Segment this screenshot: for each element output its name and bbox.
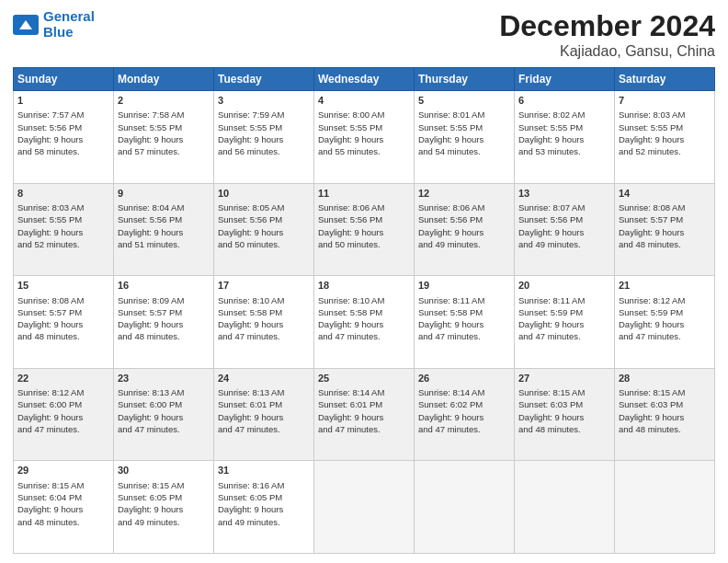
day-info-line: and 50 minutes.	[218, 238, 310, 250]
day-info-line: Sunset: 6:05 PM	[218, 491, 310, 503]
day-info-line: Daylight: 9 hours	[118, 503, 210, 515]
week-row-4: 22Sunrise: 8:12 AMSunset: 6:00 PMDayligh…	[14, 368, 715, 461]
day-info-line: Sunset: 6:03 PM	[619, 398, 711, 410]
col-sunday: Sunday	[14, 68, 114, 91]
calendar-cell	[515, 461, 615, 554]
day-info-line: Sunrise: 8:15 AM	[518, 386, 610, 398]
day-number: 28	[619, 372, 711, 385]
day-info-line: Sunrise: 8:01 AM	[418, 109, 510, 121]
day-info-line: Daylight: 9 hours	[17, 503, 109, 515]
day-info-line: and 48 minutes.	[17, 330, 109, 342]
day-info-line: Daylight: 9 hours	[518, 318, 610, 330]
calendar-cell: 11Sunrise: 8:06 AMSunset: 5:56 PMDayligh…	[314, 183, 415, 276]
day-info-line: Sunset: 5:56 PM	[218, 213, 310, 225]
day-info-line: Daylight: 9 hours	[619, 133, 711, 145]
calendar-cell: 25Sunrise: 8:14 AMSunset: 6:01 PMDayligh…	[314, 368, 415, 461]
day-info-line: Sunset: 6:02 PM	[418, 398, 510, 410]
day-info-line: and 47 minutes.	[318, 330, 410, 342]
day-info-line: Sunrise: 7:59 AM	[218, 109, 310, 121]
day-number: 4	[318, 94, 410, 108]
day-info-line: Daylight: 9 hours	[518, 411, 610, 423]
day-info-line: and 48 minutes.	[619, 423, 711, 435]
day-number: 21	[619, 279, 711, 293]
day-info-line: and 49 minutes.	[118, 516, 210, 528]
day-number: 8	[17, 187, 109, 201]
calendar-cell: 16Sunrise: 8:09 AMSunset: 5:57 PMDayligh…	[114, 276, 214, 369]
day-info-line: and 47 minutes.	[518, 330, 610, 342]
day-number: 24	[218, 372, 310, 385]
day-info-line: Daylight: 9 hours	[318, 318, 410, 330]
day-info-line: Sunset: 5:56 PM	[118, 213, 210, 225]
calendar-cell: 9Sunrise: 8:04 AMSunset: 5:56 PMDaylight…	[114, 183, 214, 276]
day-info-line: Sunrise: 8:12 AM	[619, 294, 711, 306]
week-row-3: 15Sunrise: 8:08 AMSunset: 5:57 PMDayligh…	[14, 276, 715, 369]
day-number: 6	[518, 94, 610, 108]
day-number: 20	[518, 279, 610, 293]
day-info-line: Sunrise: 8:07 AM	[518, 201, 610, 213]
day-info-line: Sunset: 5:57 PM	[17, 306, 109, 318]
day-info-line: Sunset: 5:57 PM	[619, 213, 711, 225]
col-wednesday: Wednesday	[314, 68, 415, 91]
calendar-cell: 6Sunrise: 8:02 AMSunset: 5:55 PMDaylight…	[515, 91, 615, 184]
page: General Blue December 2024 Kajiadao, Gan…	[0, 0, 728, 563]
day-info-line: Sunset: 5:56 PM	[518, 213, 610, 225]
col-friday: Friday	[515, 68, 615, 91]
day-info-line: Sunset: 5:56 PM	[17, 121, 109, 133]
day-info-line: Sunset: 5:55 PM	[318, 121, 410, 133]
day-info-line: Sunset: 6:00 PM	[118, 398, 210, 410]
calendar-cell: 14Sunrise: 8:08 AMSunset: 5:57 PMDayligh…	[615, 183, 715, 276]
day-info-line: Daylight: 9 hours	[17, 133, 109, 145]
calendar-cell	[314, 461, 415, 554]
day-info-line: and 48 minutes.	[518, 423, 610, 435]
calendar-cell: 23Sunrise: 8:13 AMSunset: 6:00 PMDayligh…	[114, 368, 214, 461]
calendar-table: Sunday Monday Tuesday Wednesday Thursday…	[13, 67, 715, 554]
day-info-line: Daylight: 9 hours	[619, 226, 711, 238]
day-info-line: Sunrise: 8:14 AM	[418, 386, 510, 398]
calendar-cell: 7Sunrise: 8:03 AMSunset: 5:55 PMDaylight…	[615, 91, 715, 184]
calendar-cell	[615, 461, 715, 554]
day-info-line: and 47 minutes.	[318, 423, 410, 435]
calendar-cell: 2Sunrise: 7:58 AMSunset: 5:55 PMDaylight…	[114, 91, 214, 184]
day-number: 7	[619, 94, 711, 108]
day-info-line: Sunrise: 7:58 AM	[118, 109, 210, 121]
calendar-cell: 15Sunrise: 8:08 AMSunset: 5:57 PMDayligh…	[14, 276, 114, 369]
day-number: 5	[418, 94, 510, 108]
day-info-line: Daylight: 9 hours	[17, 318, 109, 330]
day-info-line: Sunset: 5:57 PM	[118, 306, 210, 318]
day-info-line: Daylight: 9 hours	[318, 133, 410, 145]
day-info-line: Sunrise: 8:11 AM	[518, 294, 610, 306]
day-info-line: Daylight: 9 hours	[518, 226, 610, 238]
header-row: Sunday Monday Tuesday Wednesday Thursday…	[14, 68, 715, 91]
day-info-line: Sunset: 5:58 PM	[418, 306, 510, 318]
day-info-line: Sunset: 5:56 PM	[418, 213, 510, 225]
calendar-cell: 29Sunrise: 8:15 AMSunset: 6:04 PMDayligh…	[14, 461, 114, 554]
day-info-line: Sunset: 5:55 PM	[17, 213, 109, 225]
day-info-line: and 57 minutes.	[118, 145, 210, 157]
day-info-line: Sunrise: 8:04 AM	[118, 201, 210, 213]
day-info-line: Sunrise: 8:09 AM	[118, 294, 210, 306]
day-info-line: Sunrise: 8:10 AM	[318, 294, 410, 306]
day-info-line: and 52 minutes.	[17, 238, 109, 250]
calendar-cell: 21Sunrise: 8:12 AMSunset: 5:59 PMDayligh…	[615, 276, 715, 369]
day-info-line: and 48 minutes.	[118, 330, 210, 342]
day-info-line: Sunset: 6:05 PM	[118, 491, 210, 503]
day-info-line: Sunrise: 8:06 AM	[418, 201, 510, 213]
day-info-line: Daylight: 9 hours	[218, 411, 310, 423]
day-info-line: Daylight: 9 hours	[17, 226, 109, 238]
day-number: 2	[118, 94, 210, 108]
day-number: 22	[17, 372, 109, 385]
calendar-cell: 24Sunrise: 8:13 AMSunset: 6:01 PMDayligh…	[214, 368, 314, 461]
day-info-line: Sunset: 5:59 PM	[619, 306, 711, 318]
day-info-line: Sunset: 6:01 PM	[318, 398, 410, 410]
day-info-line: Sunset: 5:55 PM	[418, 121, 510, 133]
title-block: December 2024 Kajiadao, Gansu, China	[499, 9, 715, 60]
col-tuesday: Tuesday	[214, 68, 314, 91]
day-info-line: Sunrise: 8:15 AM	[118, 479, 210, 491]
day-number: 3	[218, 94, 310, 108]
calendar-cell: 1Sunrise: 7:57 AMSunset: 5:56 PMDaylight…	[14, 91, 114, 184]
day-info-line: Daylight: 9 hours	[418, 318, 510, 330]
day-info-line: Daylight: 9 hours	[218, 503, 310, 515]
day-info-line: and 48 minutes.	[17, 516, 109, 528]
day-info-line: and 47 minutes.	[218, 330, 310, 342]
day-number: 19	[418, 279, 510, 293]
